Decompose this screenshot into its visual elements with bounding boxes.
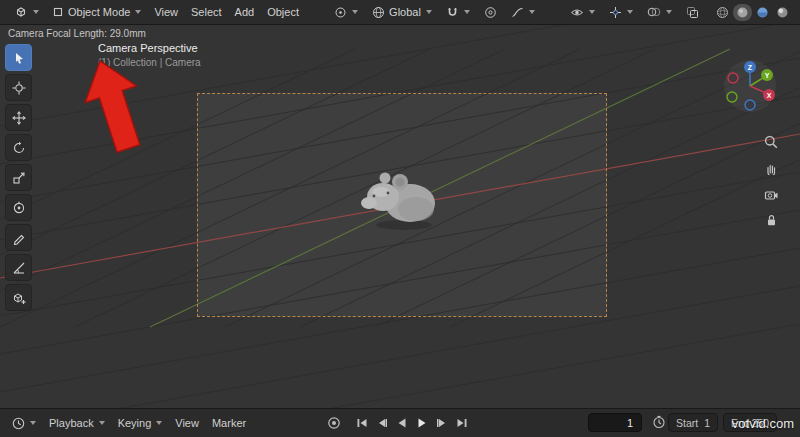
- tool-add-cube[interactable]: [5, 284, 32, 311]
- shading-material-button[interactable]: [753, 4, 772, 21]
- add-cube-icon: [12, 291, 26, 305]
- play-reverse-icon: [396, 417, 408, 429]
- falloff-curve-icon: [511, 6, 524, 19]
- lock-view-button[interactable]: [760, 209, 782, 231]
- start-label: Start: [676, 417, 698, 429]
- magnifier-icon: [764, 135, 778, 149]
- globe-icon: [372, 6, 385, 19]
- overlays-dropdown[interactable]: [641, 3, 678, 21]
- auto-keying-toggle[interactable]: [327, 416, 341, 432]
- timeline-menus: Playback Keying View Marker: [6, 409, 252, 437]
- prev-keyframe-button[interactable]: [372, 413, 391, 432]
- menu-view[interactable]: View: [148, 3, 184, 21]
- shading-rendered-button[interactable]: [773, 4, 792, 21]
- scale-icon: [12, 171, 26, 185]
- object-visibility-dropdown[interactable]: [564, 4, 601, 21]
- camera-view-button[interactable]: [760, 183, 782, 205]
- shading-wireframe-button[interactable]: [713, 4, 732, 21]
- tool-cursor[interactable]: [5, 74, 32, 101]
- chevron-down-icon: [426, 10, 432, 14]
- zoom-button[interactable]: [760, 131, 782, 153]
- watermark: votvid.com: [732, 416, 794, 431]
- falloff-dropdown[interactable]: [505, 3, 541, 22]
- proportional-editing-toggle[interactable]: [478, 3, 503, 22]
- snapping-dropdown[interactable]: [440, 3, 476, 22]
- start-frame-field[interactable]: Start 1: [668, 413, 718, 432]
- rendered-shading-icon: [776, 6, 789, 19]
- pivot-icon: [334, 6, 347, 19]
- play-button[interactable]: [412, 413, 431, 432]
- xray-toggle[interactable]: [680, 3, 705, 22]
- next-keyframe-button[interactable]: [432, 413, 451, 432]
- gizmo-neg-y-axis[interactable]: [727, 92, 737, 102]
- viewport-display-controls: [564, 3, 792, 22]
- chevron-down-icon: [33, 10, 39, 14]
- menu-add[interactable]: Add: [229, 3, 261, 21]
- pivot-point-dropdown[interactable]: [328, 3, 364, 22]
- gizmo-neg-x-axis[interactable]: [728, 73, 738, 83]
- jump-start-icon: [356, 417, 368, 429]
- play-icon: [416, 417, 428, 429]
- chevron-down-icon: [666, 10, 672, 14]
- tool-move[interactable]: [5, 104, 32, 131]
- play-reverse-button[interactable]: [392, 413, 411, 432]
- tool-transform[interactable]: [5, 194, 32, 221]
- wireframe-shading-icon: [716, 6, 729, 19]
- annotate-pen-icon: [12, 231, 26, 245]
- overlays-icon: [647, 6, 661, 18]
- solid-shading-icon: [736, 6, 749, 19]
- pan-button[interactable]: [760, 157, 782, 179]
- 3d-cursor-icon: [12, 81, 26, 95]
- orientation-dropdown[interactable]: Global: [366, 3, 438, 22]
- playback-sync-button[interactable]: [652, 415, 666, 431]
- menu-keying[interactable]: Keying: [112, 414, 169, 432]
- camera-frame[interactable]: [197, 93, 607, 317]
- tool-rotate[interactable]: [5, 134, 32, 161]
- camera-icon: [764, 188, 779, 201]
- tool-select-box[interactable]: [5, 44, 32, 71]
- tool-measure[interactable]: [5, 254, 32, 281]
- chevron-down-icon: [156, 421, 162, 425]
- chevron-down-icon: [627, 10, 633, 14]
- gizmos-dropdown[interactable]: [603, 3, 639, 22]
- playback-transport: [352, 413, 471, 432]
- tool-scale[interactable]: [5, 164, 32, 191]
- 3d-viewport[interactable]: Camera Focal Length: 29.0mm Camera Persp…: [0, 25, 800, 409]
- navigation-gizmo[interactable]: Z Y X: [722, 58, 778, 114]
- mode-dropdown[interactable]: Object Mode: [46, 3, 147, 21]
- chevron-down-icon: [464, 10, 470, 14]
- transform-icon: [12, 201, 26, 215]
- shading-solid-button[interactable]: [733, 4, 752, 21]
- watermark-text: votvid.com: [732, 416, 794, 431]
- prev-keyframe-icon: [376, 417, 388, 429]
- start-value: 1: [704, 417, 710, 429]
- hand-icon: [764, 161, 778, 175]
- jump-to-start-button[interactable]: [352, 413, 371, 432]
- tool-annotate[interactable]: [5, 224, 32, 251]
- tool-shelf: [5, 44, 32, 311]
- material-shading-icon: [756, 6, 769, 19]
- menu-playback[interactable]: Playback: [43, 414, 111, 432]
- menu-timeline-view[interactable]: View: [169, 414, 205, 432]
- viewport-side-controls: [760, 131, 782, 231]
- menu-select[interactable]: Select: [185, 3, 228, 21]
- view-name-overlay: Camera Perspective: [98, 42, 198, 54]
- current-frame-field[interactable]: 1: [588, 413, 642, 432]
- blender-window: Object Mode View Select Add Object Globa…: [0, 0, 800, 437]
- gizmo-y-label: Y: [765, 72, 770, 79]
- menu-object[interactable]: Object: [261, 3, 305, 21]
- measure-icon: [12, 261, 26, 275]
- jump-end-icon: [456, 417, 468, 429]
- jump-to-end-button[interactable]: [452, 413, 471, 432]
- editor-type-selector[interactable]: [8, 2, 45, 22]
- menu-marker[interactable]: Marker: [206, 414, 252, 432]
- transform-controls: Global: [328, 3, 541, 22]
- select-cursor-icon: [12, 51, 26, 65]
- eye-icon: [570, 7, 584, 18]
- clock-icon: [12, 417, 25, 430]
- focal-length-overlay: Camera Focal Length: 29.0mm: [8, 28, 146, 39]
- chevron-down-icon: [30, 421, 36, 425]
- timeline-editor-type-selector[interactable]: [6, 414, 42, 433]
- gizmo-neg-z-axis[interactable]: [745, 100, 755, 110]
- proportional-editing-icon: [484, 6, 497, 19]
